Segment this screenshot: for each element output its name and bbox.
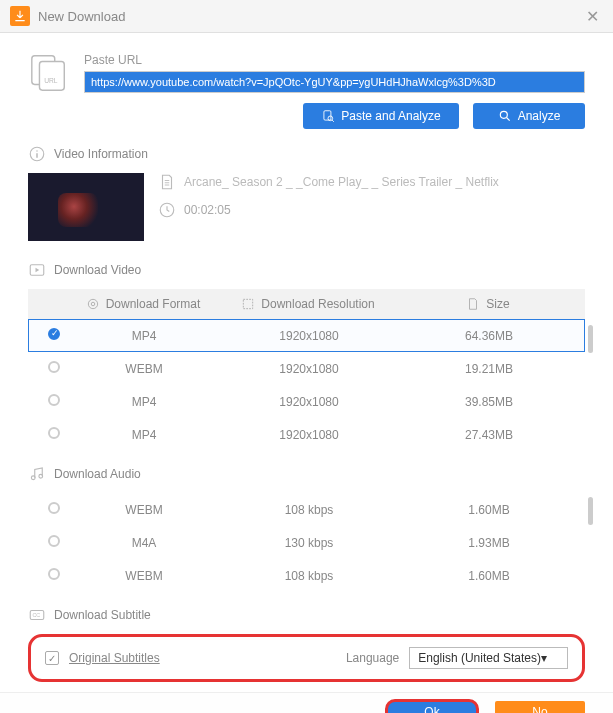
download-video-heading: Download Video — [28, 261, 585, 279]
row-radio[interactable] — [48, 328, 60, 340]
svg-rect-3 — [324, 111, 331, 120]
video-row[interactable]: WEBM 1920x1080 19.21MB — [28, 352, 585, 385]
app-logo-icon — [10, 6, 30, 26]
video-row[interactable]: MP4 1920x1080 64.36MB — [28, 319, 585, 352]
size-icon — [466, 297, 480, 311]
video-information-heading: Video Information — [28, 145, 585, 163]
close-icon[interactable]: ✕ — [582, 7, 603, 26]
clock-icon — [158, 201, 176, 219]
video-duration: 00:02:05 — [184, 203, 231, 217]
footer: Ok No — [0, 692, 613, 713]
original-subtitles-checkbox[interactable]: ✓ — [45, 651, 59, 665]
video-thumbnail — [28, 173, 144, 241]
row-radio[interactable] — [48, 361, 60, 373]
row-radio[interactable] — [48, 502, 60, 514]
paste-url-label: Paste URL — [84, 53, 585, 67]
audio-row[interactable]: WEBM 108 kbps 1.60MB — [28, 559, 585, 592]
language-label: Language — [346, 651, 399, 665]
url-input[interactable] — [84, 71, 585, 93]
format-icon — [86, 297, 100, 311]
titlebar: New Download ✕ — [0, 0, 613, 33]
resolution-icon — [241, 297, 255, 311]
language-select[interactable]: English (United States) ▾ — [409, 647, 568, 669]
svg-rect-13 — [244, 299, 253, 308]
clipboard-search-icon — [321, 109, 335, 123]
video-row[interactable]: MP4 1920x1080 39.85MB — [28, 385, 585, 418]
download-audio-heading: Download Audio — [28, 465, 585, 483]
search-icon — [498, 109, 512, 123]
video-icon — [28, 261, 46, 279]
svg-point-5 — [500, 111, 507, 118]
scrollbar[interactable] — [588, 325, 593, 353]
svg-point-7 — [36, 150, 38, 152]
analyze-button[interactable]: Analyze — [473, 103, 585, 129]
url-file-icon: URL — [28, 53, 70, 93]
window-title: New Download — [38, 9, 582, 24]
row-radio[interactable] — [48, 568, 60, 580]
info-icon — [28, 145, 46, 163]
video-row[interactable]: MP4 1920x1080 27.43MB — [28, 418, 585, 451]
audio-row[interactable]: M4A 130 kbps 1.93MB — [28, 526, 585, 559]
paste-and-analyze-button[interactable]: Paste and Analyze — [303, 103, 459, 129]
row-radio[interactable] — [48, 427, 60, 439]
audio-table: WEBM 108 kbps 1.60MB M4A 130 kbps 1.93MB… — [28, 493, 585, 592]
no-button[interactable]: No — [495, 701, 585, 713]
subtitle-options-highlighted: ✓ Original Subtitles Language English (U… — [28, 634, 585, 682]
video-title: Arcane_ Season 2 _ _Come Play_ _ Series … — [184, 175, 499, 189]
svg-point-11 — [88, 299, 97, 308]
scrollbar[interactable] — [588, 497, 593, 525]
ok-button[interactable]: Ok — [387, 701, 477, 713]
video-table: Download Format Download Resolution Size… — [28, 289, 585, 451]
audio-row[interactable]: WEBM 108 kbps 1.60MB — [28, 493, 585, 526]
row-radio[interactable] — [48, 535, 60, 547]
original-subtitles-label[interactable]: Original Subtitles — [69, 651, 160, 665]
svg-text:URL: URL — [44, 77, 58, 84]
download-subtitle-heading: CC Download Subtitle — [28, 606, 585, 624]
cc-icon: CC — [28, 606, 46, 624]
svg-rect-8 — [36, 153, 38, 158]
svg-point-12 — [91, 302, 95, 306]
chevron-down-icon: ▾ — [541, 651, 547, 665]
row-radio[interactable] — [48, 394, 60, 406]
svg-point-15 — [39, 474, 43, 478]
svg-point-14 — [31, 476, 35, 480]
svg-text:CC: CC — [33, 612, 41, 618]
document-icon — [158, 173, 176, 191]
audio-icon — [28, 465, 46, 483]
